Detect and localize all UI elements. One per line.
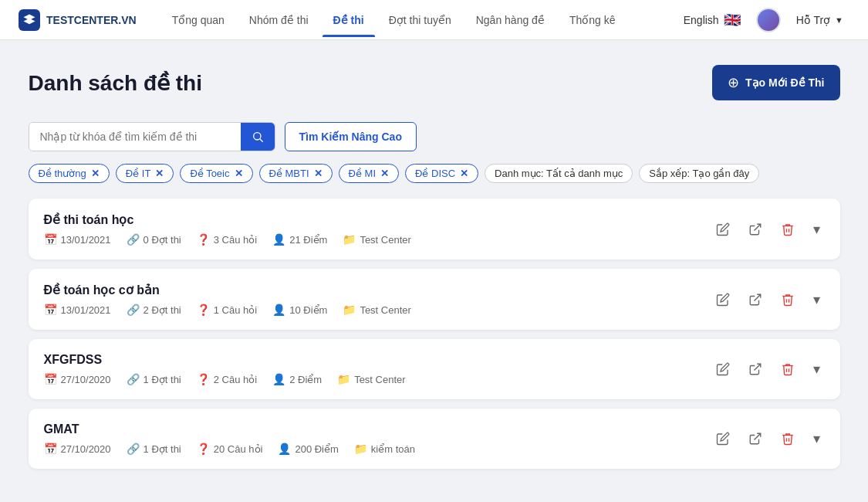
create-exam-label: Tạo Mới Đề Thi [745, 76, 824, 89]
calendar-icon: 📅 [44, 443, 57, 455]
filter-label: Đề thường [39, 168, 86, 179]
search-input[interactable] [29, 123, 241, 151]
meta-cau-hoi: ❓ 20 Câu hỏi [197, 443, 263, 455]
filter-tag-de-it[interactable]: Đề IT ✕ [116, 164, 174, 183]
external-link-button[interactable] [744, 358, 767, 381]
meta-diem-value: 2 Điểm [289, 374, 322, 385]
remove-filter-icon[interactable]: ✕ [460, 168, 468, 179]
filter-tag-sap-xep[interactable]: Sắp xếp: Tạo gần đây [639, 164, 759, 183]
delete-button[interactable] [776, 427, 799, 450]
user-avatar[interactable] [756, 8, 781, 32]
edit-button[interactable] [711, 288, 735, 311]
delete-button[interactable] [776, 218, 799, 241]
filter-tag-de-mbti[interactable]: Đề MBTI ✕ [259, 164, 333, 183]
filter-tags: Đề thường ✕ Đề IT ✕ Đề Toeic ✕ Đề MBTI ✕… [29, 164, 840, 183]
score-icon: 👤 [272, 304, 285, 316]
exam-meta: 📅 13/01/2021 🔗 0 Đợt thi ❓ 3 Câu hỏi 👤 2… [44, 233, 711, 246]
exam-title: Đề toán học cơ bản [44, 283, 711, 297]
create-exam-button[interactable]: ⊕ Tạo Mới Đề Thi [712, 65, 839, 100]
meta-diem: 👤 10 Điểm [272, 304, 327, 316]
exam-title: GMAT [44, 422, 711, 436]
remove-filter-icon[interactable]: ✕ [380, 168, 389, 179]
search-submit-button[interactable] [241, 123, 275, 151]
remove-filter-icon[interactable]: ✕ [314, 168, 323, 179]
meta-diem: 👤 21 Điểm [272, 233, 327, 246]
expand-button[interactable]: ▾ [809, 287, 825, 313]
expand-button[interactable]: ▾ [809, 356, 825, 382]
delete-button[interactable] [776, 288, 799, 311]
svg-line-5 [754, 433, 760, 439]
edit-button[interactable] [711, 427, 735, 450]
meta-cau-hoi: ❓ 3 Câu hỏi [197, 233, 257, 246]
meta-category: 📁 Test Center [337, 373, 405, 385]
link-icon: 🔗 [127, 233, 140, 246]
filter-label: Đề DISC [415, 168, 455, 179]
language-selector[interactable]: English 🇬🇧 [677, 8, 747, 32]
filter-tag-de-disc[interactable]: Đề DISC ✕ [405, 164, 478, 183]
meta-category-value: Test Center [360, 234, 410, 246]
nav-ngan-hang-de[interactable]: Ngân hàng đề [465, 3, 556, 37]
delete-button[interactable] [776, 358, 799, 381]
filter-label: Danh mục: Tất cả danh mục [495, 168, 623, 179]
brand-logo[interactable]: TESTCENTER.VN [19, 9, 137, 31]
exam-list: Đề thi toán học 📅 13/01/2021 🔗 0 Đợt thi… [29, 198, 840, 469]
filter-tag-de-mi[interactable]: Đề MI ✕ [339, 164, 399, 183]
remove-filter-icon[interactable]: ✕ [155, 168, 164, 179]
external-link-icon [748, 222, 762, 236]
trash-icon [781, 293, 795, 307]
trash-icon [781, 362, 795, 376]
meta-category-value: Test Center [360, 304, 410, 316]
edit-button[interactable] [711, 218, 735, 241]
meta-date: 📅 27/10/2020 [44, 443, 111, 455]
external-link-button[interactable] [744, 218, 767, 241]
meta-cau-hoi-value: 20 Câu hỏi [214, 443, 263, 455]
chevron-down-icon: ▼ [835, 15, 843, 25]
meta-cau-hoi: ❓ 1 Câu hỏi [197, 304, 257, 316]
brand-name: TESTCENTER.VN [46, 14, 137, 26]
expand-button[interactable]: ▾ [809, 216, 825, 243]
nav-thong-ke[interactable]: Thống kê [559, 3, 627, 37]
exam-card: XFGFDSS 📅 27/10/2020 🔗 1 Đợt thi ❓ 2 Câu… [29, 339, 840, 399]
external-link-button[interactable] [744, 427, 767, 450]
edit-icon [716, 362, 730, 376]
nav-dot-thi-tuyen[interactable]: Đợt thi tuyển [378, 3, 462, 37]
nav-de-thi[interactable]: Đề thi [323, 3, 375, 37]
meta-diem-value: 10 Điểm [289, 304, 327, 316]
nav-nhom-de-thi[interactable]: Nhóm đề thi [238, 3, 319, 37]
nav-tong-quan[interactable]: Tổng quan [161, 3, 235, 37]
expand-button[interactable]: ▾ [809, 426, 825, 452]
folder-icon: 📁 [343, 233, 356, 246]
meta-dot-thi: 🔗 1 Đợt thi [127, 373, 181, 385]
filter-tag-danh-muc[interactable]: Danh mục: Tất cả danh mục [485, 164, 633, 183]
exam-title: Đề thi toán học [44, 212, 711, 227]
external-link-icon [748, 432, 762, 446]
meta-cau-hoi-value: 3 Câu hỏi [214, 234, 257, 246]
svg-point-0 [253, 133, 260, 140]
meta-dot-thi-value: 1 Đợt thi [144, 443, 181, 455]
meta-dot-thi: 🔗 0 Đợt thi [127, 233, 181, 246]
remove-filter-icon[interactable]: ✕ [235, 168, 243, 179]
external-link-button[interactable] [744, 288, 767, 311]
page-header: Danh sách đề thi ⊕ Tạo Mới Đề Thi [29, 65, 840, 100]
flag-icon: 🇬🇧 [724, 12, 741, 29]
support-button[interactable]: Hỗ Trợ ▼ [790, 11, 849, 29]
folder-icon: 📁 [343, 304, 356, 316]
exam-card: Đề toán học cơ bản 📅 13/01/2021 🔗 2 Đợt … [29, 269, 840, 330]
remove-filter-icon[interactable]: ✕ [91, 168, 100, 179]
meta-diem-value: 21 Điểm [289, 234, 327, 246]
advanced-search-button[interactable]: Tìm Kiếm Nâng Cao [285, 122, 417, 151]
filter-tag-de-thuong[interactable]: Đề thường ✕ [29, 164, 110, 183]
search-box [29, 122, 275, 151]
meta-date-value: 13/01/2021 [61, 234, 111, 246]
filter-label: Đề Toeic [190, 168, 229, 179]
external-link-icon [748, 293, 762, 307]
edit-button[interactable] [711, 358, 735, 381]
exam-card: GMAT 📅 27/10/2020 🔗 1 Đợt thi ❓ 20 Câu h… [29, 409, 840, 469]
exam-card-left: XFGFDSS 📅 27/10/2020 🔗 1 Đợt thi ❓ 2 Câu… [44, 353, 711, 385]
filter-tag-de-toeic[interactable]: Đề Toeic ✕ [180, 164, 252, 183]
score-icon: 👤 [278, 443, 291, 455]
meta-diem-value: 200 Điểm [295, 443, 338, 455]
exam-card-actions: ▾ [711, 216, 825, 243]
meta-dot-thi: 🔗 2 Đợt thi [127, 304, 181, 316]
meta-cau-hoi-value: 2 Câu hỏi [214, 374, 257, 385]
